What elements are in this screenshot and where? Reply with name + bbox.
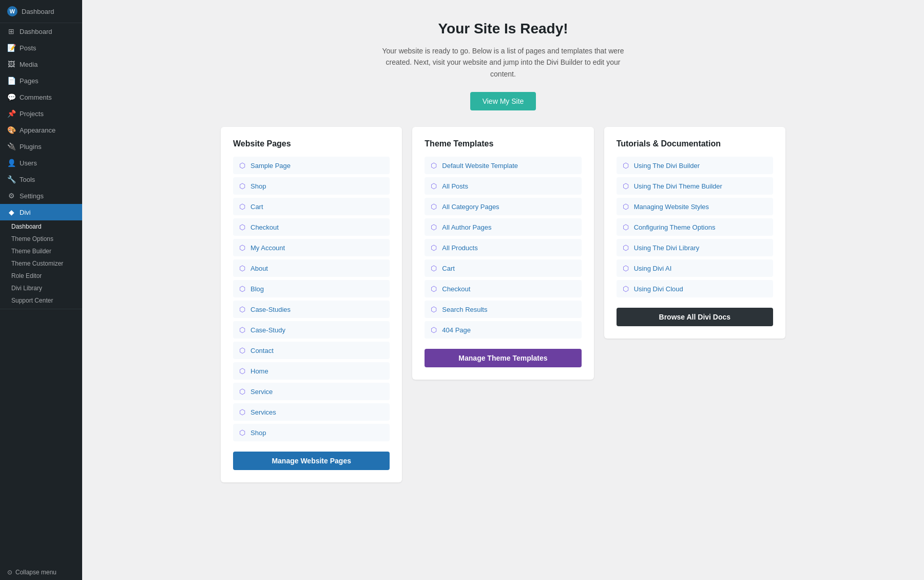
list-item-label: All Category Pages [442,203,499,211]
sidebar-label-divi: Divi [20,209,31,216]
sidebar-item-projects[interactable]: 📌 Projects [0,105,82,122]
list-item[interactable]: ⬡ Configuring Theme Options [617,218,773,236]
list-item-label: All Posts [442,182,468,190]
manage-button-tutorials[interactable]: Browse All Divi Docs [617,308,773,326]
settings-icon: ⚙ [7,192,15,200]
page-title: Your Site Is Ready! [438,21,568,37]
sidebar-label-media: Media [20,61,37,68]
sidebar-item-users[interactable]: 👤 Users [0,155,82,171]
sidebar-label-users: Users [20,159,37,167]
list-item-icon: ⬡ [431,161,437,170]
sidebar-item-settings[interactable]: ⚙ Settings [0,188,82,204]
list-item[interactable]: ⬡ All Category Pages [425,198,581,215]
list-item[interactable]: ⬡ Case-Study [233,321,390,339]
sidebar-logo-label: Dashboard [22,8,54,15]
list-item-label: Managing Website Styles [634,203,709,211]
sidebar-subitem-theme-customizer[interactable]: Theme Customizer [0,257,82,270]
list-item[interactable]: ⬡ Using The Divi Builder [617,157,773,174]
list-item-icon: ⬡ [431,285,437,293]
list-item-label: Using Divi Cloud [634,285,683,293]
sidebar-item-plugins[interactable]: 🔌 Plugins [0,138,82,155]
view-site-button[interactable]: View My Site [470,92,536,110]
list-item-label: Search Results [442,306,487,313]
list-item-icon: ⬡ [239,387,245,396]
list-item[interactable]: ⬡ My Account [233,239,390,256]
list-item[interactable]: ⬡ Using Divi AI [617,259,773,277]
sidebar-subitem-support-center[interactable]: Support Center [0,294,82,307]
list-item[interactable]: ⬡ Using The Divi Theme Builder [617,177,773,195]
sidebar-label-pages: Pages [20,77,38,85]
list-item-label: Cart [442,265,455,272]
sidebar-item-dashboard[interactable]: ⊞ Dashboard [0,23,82,40]
sidebar-subitem-divi-library[interactable]: Divi Library [0,282,82,294]
sidebar-label-settings: Settings [20,192,44,200]
list-item-label: Shop [251,182,266,190]
list-item-icon: ⬡ [239,346,245,354]
list-item[interactable]: ⬡ Using The Divi Library [617,239,773,256]
list-item[interactable]: ⬡ Services [233,403,390,421]
list-item[interactable]: ⬡ Shop [233,424,390,441]
list-item[interactable]: ⬡ Home [233,362,390,380]
sidebar-item-comments[interactable]: 💬 Comments [0,89,82,105]
list-item[interactable]: ⬡ Shop [233,177,390,195]
posts-icon: 📝 [7,44,15,52]
page-subtitle: Your website is ready to go. Below is a … [375,45,631,80]
sidebar-item-appearance[interactable]: 🎨 Appearance [0,122,82,138]
sidebar-item-pages[interactable]: 📄 Pages [0,72,82,89]
media-icon: 🖼 [7,60,15,68]
list-item-label: Shop [251,429,266,437]
list-item[interactable]: ⬡ All Author Pages [425,218,581,236]
manage-button-theme-templates[interactable]: Manage Theme Templates [425,349,581,367]
list-item[interactable]: ⬡ Cart [233,198,390,215]
list-item[interactable]: ⬡ Contact [233,342,390,359]
sidebar-subitem-role-editor[interactable]: Role Editor [0,270,82,282]
main-content: Your Site Is Ready! Your website is read… [82,0,924,580]
list-item-label: Home [251,367,268,375]
list-item-icon: ⬡ [239,305,245,313]
manage-button-website-pages[interactable]: Manage Website Pages [233,452,390,470]
list-item-label: Checkout [251,223,279,231]
list-item-icon: ⬡ [239,367,245,375]
collapse-label: Collapse menu [15,569,56,576]
sidebar-item-media[interactable]: 🖼 Media [0,56,82,72]
sidebar-subitem-dashboard[interactable]: Dashboard [0,220,82,233]
collapse-menu-button[interactable]: ⊙ Collapse menu [0,565,82,580]
list-item[interactable]: ⬡ Checkout [425,280,581,297]
list-item-icon: ⬡ [623,202,629,211]
sidebar-item-divi[interactable]: ◆ Divi [0,204,82,220]
list-item[interactable]: ⬡ 404 Page [425,321,581,339]
card-title-tutorials: Tutorials & Documentation [617,139,773,148]
list-item[interactable]: ⬡ Service [233,383,390,400]
card-website-pages: Website Pages ⬡ Sample Page ⬡ Shop ⬡ Car… [221,127,402,482]
cards-row: Website Pages ⬡ Sample Page ⬡ Shop ⬡ Car… [221,127,785,482]
list-item[interactable]: ⬡ Sample Page [233,157,390,174]
list-item[interactable]: ⬡ All Products [425,239,581,256]
list-item-label: Blog [251,285,264,293]
list-item[interactable]: ⬡ All Posts [425,177,581,195]
list-item-icon: ⬡ [239,326,245,334]
list-item[interactable]: ⬡ Managing Website Styles [617,198,773,215]
list-item[interactable]: ⬡ Using Divi Cloud [617,280,773,297]
list-item[interactable]: ⬡ Cart [425,259,581,277]
list-item-label: All Author Pages [442,223,491,231]
list-item[interactable]: ⬡ Blog [233,280,390,297]
list-item-icon: ⬡ [623,264,629,272]
list-item[interactable]: ⬡ Checkout [233,218,390,236]
sidebar-item-posts[interactable]: 📝 Posts [0,40,82,56]
sidebar-subitem-theme-options[interactable]: Theme Options [0,233,82,245]
sidebar-item-tools[interactable]: 🔧 Tools [0,171,82,188]
list-item-label: Case-Study [251,326,285,334]
sidebar-subitem-theme-builder[interactable]: Theme Builder [0,245,82,257]
list-item[interactable]: ⬡ Default Website Template [425,157,581,174]
list-item-icon: ⬡ [239,285,245,293]
list-item-label: Sample Page [251,162,291,170]
list-item[interactable]: ⬡ Case-Studies [233,301,390,318]
list-item-label: About [251,265,268,272]
list-item-icon: ⬡ [431,244,437,252]
sidebar-logo[interactable]: W Dashboard [0,0,82,23]
list-item[interactable]: ⬡ About [233,259,390,277]
list-item-icon: ⬡ [431,223,437,231]
list-item-label: All Products [442,244,477,252]
list-item-label: Contact [251,347,274,354]
list-item[interactable]: ⬡ Search Results [425,301,581,318]
